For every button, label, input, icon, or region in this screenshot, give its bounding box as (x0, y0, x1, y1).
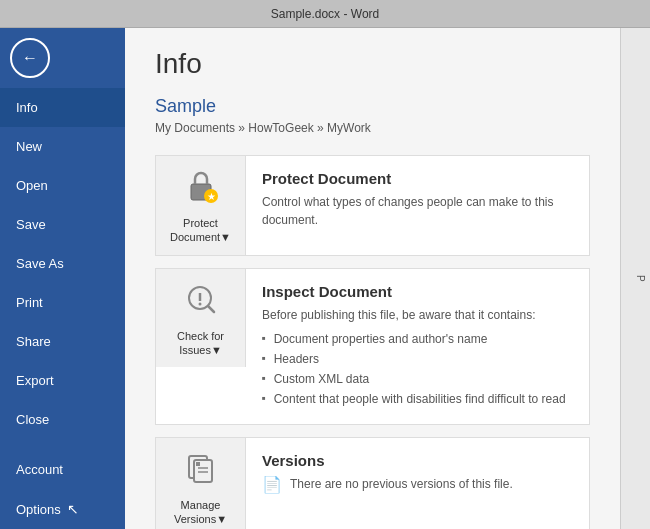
document-name: Sample (155, 96, 590, 117)
sidebar-item-export[interactable]: Export (0, 361, 125, 400)
sidebar-item-close[interactable]: Close (0, 400, 125, 439)
sidebar-item-print[interactable]: Print (0, 283, 125, 322)
sidebar-item-info[interactable]: Info (0, 88, 125, 127)
sidebar-item-new[interactable]: New (0, 127, 125, 166)
title-text: Sample.docx - Word (271, 7, 380, 21)
svg-line-6 (208, 306, 214, 312)
sidebar-item-share[interactable]: Share (0, 322, 125, 361)
options-label: Options (16, 502, 61, 517)
page-title: Info (155, 48, 590, 80)
protect-heading: Protect Document (262, 170, 573, 187)
sidebar-item-save[interactable]: Save (0, 205, 125, 244)
sidebar-item-account[interactable]: Account (0, 450, 125, 489)
inspect-heading: Inspect Document (262, 283, 573, 300)
protect-section-text: Protect Document Control what types of c… (246, 156, 589, 243)
inspect-section-text: Inspect Document Before publishing this … (246, 269, 589, 424)
versions-desc: There are no previous versions of this f… (290, 475, 513, 493)
back-button[interactable]: ← (10, 38, 50, 78)
content-area: Info Sample My Documents » HowToGeek » M… (125, 28, 620, 529)
inspect-document-section: Check forIssues▼ Inspect Document Before… (155, 268, 590, 425)
inspect-desc: Before publishing this file, be aware th… (262, 306, 573, 324)
title-bar: Sample.docx - Word (0, 0, 650, 28)
right-panel: P S W T T R R L L (620, 28, 650, 529)
check-for-issues-button[interactable]: Check forIssues▼ (156, 269, 246, 368)
inspect-icon (181, 279, 221, 323)
sidebar-item-save-as[interactable]: Save As (0, 244, 125, 283)
check-issues-icon-label: Check forIssues▼ (177, 329, 224, 358)
inspect-bullet-list: Document properties and author's name He… (262, 330, 573, 408)
sidebar-nav: Info New Open Save Save As Print Share E… (0, 88, 125, 529)
protect-icon-label: ProtectDocument▼ (170, 216, 231, 245)
bullet-item-1: Document properties and author's name (262, 330, 573, 348)
sidebar-item-open[interactable]: Open (0, 166, 125, 205)
sidebar-item-options[interactable]: Options ↖ (0, 489, 125, 529)
versions-heading: Versions (262, 452, 573, 469)
versions-icon (181, 448, 221, 492)
protect-desc: Control what types of changes people can… (262, 193, 573, 229)
cursor-icon: ↖ (67, 501, 79, 517)
svg-text:★: ★ (206, 191, 215, 202)
bullet-item-3: Custom XML data (262, 370, 573, 388)
breadcrumb: My Documents » HowToGeek » MyWork (155, 121, 590, 135)
lock-icon: ★ (181, 166, 221, 210)
manage-versions-button[interactable]: ManageVersions▼ (156, 438, 246, 529)
bullet-item-4: Content that people with disabilities fi… (262, 390, 573, 408)
svg-rect-11 (196, 462, 200, 466)
bullet-item-2: Headers (262, 350, 573, 368)
back-arrow-icon: ← (22, 49, 38, 67)
sidebar-spacer (0, 439, 125, 450)
sidebar-bottom: Account Options ↖ (0, 450, 125, 529)
versions-section-text: Versions 📄 There are no previous version… (246, 438, 589, 508)
versions-calendar-icon: 📄 (262, 475, 282, 494)
svg-point-5 (198, 302, 201, 305)
protect-document-section: ★ ProtectDocument▼ Protect Document Cont… (155, 155, 590, 256)
sidebar: ← Info New Open Save Save As Print Share… (0, 28, 125, 529)
main-container: ← Info New Open Save Save As Print Share… (0, 28, 650, 529)
versions-section: ManageVersions▼ Versions 📄 There are no … (155, 437, 590, 529)
protect-document-button[interactable]: ★ ProtectDocument▼ (156, 156, 246, 255)
versions-icon-label: ManageVersions▼ (174, 498, 227, 527)
